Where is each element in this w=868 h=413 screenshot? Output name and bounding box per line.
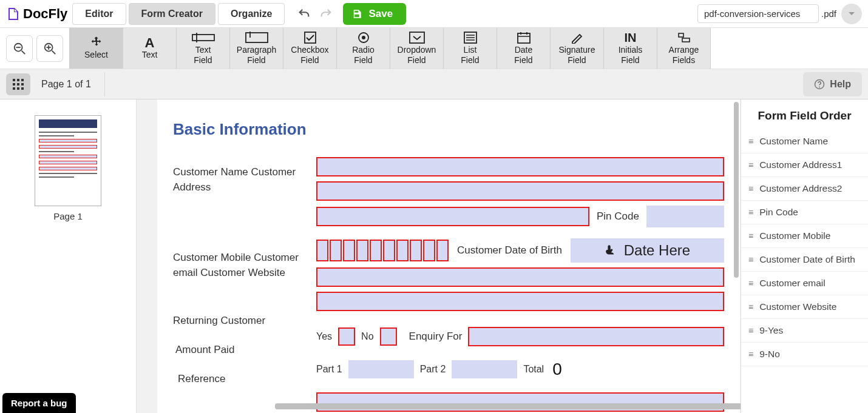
redo-button[interactable] — [317, 5, 334, 22]
move-icon — [90, 35, 103, 50]
list-item[interactable]: ≡Customer Name — [741, 130, 868, 153]
help-button[interactable]: Help — [803, 72, 862, 96]
save-button[interactable]: Save — [343, 3, 406, 25]
list-item[interactable]: ≡9-Yes — [741, 319, 868, 343]
drag-icon: ≡ — [748, 326, 753, 335]
label-part2: Part 2 — [420, 364, 446, 375]
drag-icon: ≡ — [748, 161, 753, 169]
list-item[interactable]: ≡Customer Date of Birth — [741, 248, 868, 272]
app-name: DocFly — [23, 6, 67, 22]
tool-list-field[interactable]: List Field — [444, 28, 497, 69]
total-value: 0 — [552, 360, 562, 379]
logo-icon — [6, 7, 21, 21]
horizontal-scrollbar[interactable] — [155, 403, 734, 412]
label-amount-paid: Amount Paid — [173, 338, 316, 362]
undo-button[interactable] — [296, 5, 313, 22]
field-pin-code[interactable] — [646, 206, 724, 227]
list-item[interactable]: ≡9-No — [741, 343, 868, 366]
list-item[interactable]: ≡Customer Address2 — [741, 177, 868, 201]
tool-text-field[interactable]: Text Field — [177, 28, 230, 69]
label-mobile-email-website: Customer Mobile Customer email Customer … — [173, 229, 316, 301]
list-item[interactable]: ≡Customer Mobile — [741, 224, 868, 248]
svg-rect-9 — [246, 33, 268, 42]
field-customer-address1[interactable] — [316, 181, 724, 201]
svg-rect-29 — [17, 83, 19, 86]
field-customer-mobile[interactable] — [316, 240, 449, 261]
vertical-scrollbar[interactable] — [732, 99, 741, 413]
zoom-out-button[interactable] — [6, 35, 33, 62]
svg-rect-24 — [682, 38, 690, 42]
main-area: Page 1 Basic Information Customer Name C… — [0, 99, 868, 413]
field-customer-email[interactable] — [316, 267, 724, 287]
svg-rect-26 — [17, 79, 19, 81]
list-item[interactable]: ≡Pin Code — [741, 201, 868, 224]
drag-icon: ≡ — [748, 232, 753, 240]
tool-dropdown-field[interactable]: Dropdown Field — [390, 28, 444, 69]
tab-editor[interactable]: Editor — [72, 3, 126, 25]
section-title: Basic Information — [173, 120, 724, 139]
drag-icon: ≡ — [748, 303, 753, 311]
page-thumbnail[interactable] — [35, 115, 101, 206]
field-part2[interactable] — [452, 360, 517, 378]
tool-arrange-fields[interactable]: Arrange Fields — [657, 28, 711, 69]
help-label: Help — [830, 79, 851, 90]
list-item[interactable]: ≡Customer Address1 — [741, 153, 868, 177]
drag-icon: ≡ — [748, 184, 753, 193]
arrange-icon — [677, 30, 691, 45]
thumbnails-toggle[interactable] — [6, 73, 30, 95]
date-here-text: Date Here — [624, 242, 690, 259]
tab-organize[interactable]: Organize — [218, 3, 285, 25]
top-bar: DocFly Editor Form Creator Organize Save… — [0, 0, 868, 28]
tool-select[interactable]: Select — [70, 28, 123, 69]
svg-rect-25 — [13, 79, 15, 81]
list-item[interactable]: ≡Customer email — [741, 272, 868, 295]
tool-signature-field[interactable]: Signature Field — [551, 28, 604, 69]
tool-text[interactable]: A Text — [123, 28, 177, 69]
checkbox-no[interactable] — [380, 327, 397, 346]
label-yes: Yes — [316, 331, 332, 342]
field-customer-website[interactable] — [316, 292, 724, 311]
zoom-in-button[interactable] — [36, 35, 63, 62]
formatting-toolbar: Select A Text Text Field Paragraph Field… — [0, 28, 868, 69]
field-order-title: Form Field Order — [741, 99, 868, 130]
field-part1[interactable] — [348, 360, 414, 378]
calendar-icon — [517, 30, 531, 45]
svg-line-1 — [22, 50, 25, 54]
tool-initials-field[interactable]: IN Initials Field — [604, 28, 657, 69]
svg-line-4 — [52, 50, 56, 54]
drag-icon: ≡ — [748, 137, 753, 146]
svg-point-35 — [819, 86, 820, 87]
hand-point-icon — [605, 243, 620, 258]
checkbox-yes[interactable] — [338, 327, 355, 346]
tool-radio-field[interactable]: Radio Field — [337, 28, 390, 69]
filename-input[interactable] — [697, 4, 819, 23]
field-customer-address2[interactable] — [316, 207, 589, 226]
save-label: Save — [368, 8, 393, 20]
field-customer-name[interactable] — [316, 157, 724, 176]
svg-rect-14 — [410, 32, 424, 43]
text-icon: A — [145, 35, 155, 50]
svg-rect-31 — [13, 87, 15, 90]
logo[interactable]: DocFly — [6, 6, 67, 22]
drag-icon: ≡ — [748, 279, 753, 287]
list-icon — [464, 30, 477, 45]
canvas[interactable]: Basic Information Customer Name Customer… — [137, 99, 741, 413]
tool-paragraph-field[interactable]: Paragraph Field — [230, 28, 283, 69]
page-strip: Page 1 of 1 Help — [0, 69, 868, 99]
radio-icon — [358, 30, 370, 45]
label-name-address: Customer Name Customer Address — [173, 157, 316, 202]
svg-rect-7 — [192, 35, 214, 41]
field-dob[interactable]: Date Here — [571, 238, 724, 263]
tab-form-creator[interactable]: Form Creator — [129, 3, 215, 25]
separator — [104, 72, 105, 96]
field-order-list: ≡Customer Name ≡Customer Address1 ≡Custo… — [741, 130, 868, 413]
file-dropdown[interactable] — [841, 4, 862, 24]
field-enquiry-for[interactable] — [468, 327, 724, 346]
paragraph-field-icon — [245, 30, 268, 45]
report-bug-button[interactable]: Report a bug — [2, 393, 76, 413]
tool-date-field[interactable]: Date Field — [497, 28, 551, 69]
label-total: Total — [523, 364, 544, 375]
tool-checkbox-field[interactable]: Checkbox Field — [283, 28, 337, 69]
svg-rect-27 — [21, 79, 24, 81]
list-item[interactable]: ≡Customer Website — [741, 295, 868, 319]
